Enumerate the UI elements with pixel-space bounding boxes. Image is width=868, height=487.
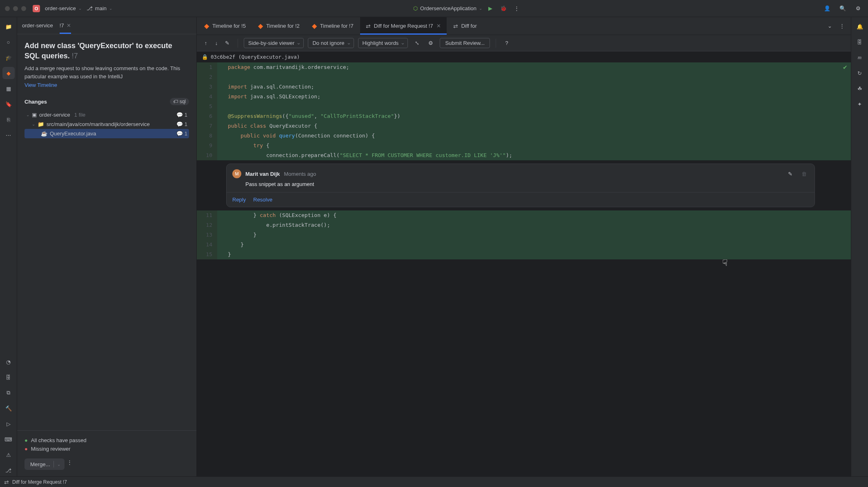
meter-tool-icon[interactable]: ◔ xyxy=(2,356,15,368)
help-icon[interactable]: ? xyxy=(502,38,512,48)
changes-tree: ⌄ ▣ order-service 1 file 💬 1 ⌄ 📁 src/mai… xyxy=(24,110,189,138)
mr-tab[interactable]: !7 ✕ xyxy=(60,17,71,34)
ai-assistant-icon[interactable]: ✦ xyxy=(854,98,866,110)
minimize-dot[interactable] xyxy=(13,6,18,11)
editor-tab-diff7[interactable]: ⇄ Diff for Merge Request !7 ✕ xyxy=(360,17,447,35)
next-diff-icon[interactable]: ↓ xyxy=(211,38,221,48)
inline-comment: M Marit van Dijk Moments ago ✎ 🗑 Pass sn… xyxy=(226,164,815,207)
chevron-down-icon: ⌄ xyxy=(57,462,60,467)
project-selector[interactable]: O order-service ⌄ xyxy=(33,5,82,12)
branch-name: main xyxy=(95,5,107,11)
tab-label: Timeline for !7 xyxy=(320,23,354,29)
gitlab-tool-icon[interactable]: ◆ xyxy=(2,67,15,79)
pull-requests-tool-icon[interactable]: ⎘ xyxy=(2,113,15,126)
breadcrumb-tab[interactable]: order-service xyxy=(22,17,53,34)
tab-more-icon[interactable]: ⋮ xyxy=(837,21,847,31)
history-icon[interactable]: ↻ xyxy=(854,67,866,79)
viewer-select[interactable]: Side-by-side viewer xyxy=(244,38,304,48)
folder-icon: 📁 xyxy=(38,121,44,127)
statusbar: ⇄ Diff for Merge Request !7 xyxy=(0,476,868,487)
terminal-tool-icon[interactable]: ⌨ xyxy=(2,433,15,445)
tree-folder-label: src/main/java/com/maritvandijk/orderserv… xyxy=(47,121,150,127)
editor-area: ◆ Timeline for !5 ◆ Timeline for !2 ◆ Ti… xyxy=(197,17,851,476)
settings-icon[interactable]: ⚙ xyxy=(853,4,863,13)
close-icon[interactable]: ✕ xyxy=(436,23,441,29)
search-icon[interactable]: 🔍 xyxy=(838,4,848,13)
debug-button[interactable]: 🐞 xyxy=(499,4,508,13)
ignore-select[interactable]: Do not ignore xyxy=(308,38,354,48)
warning-icon: ● xyxy=(24,446,28,452)
database-panel-icon[interactable]: 🗄 xyxy=(854,36,866,48)
problems-tool-icon[interactable]: ⚠ xyxy=(2,449,15,461)
run-config-name: OrderserviceApplication xyxy=(420,5,476,11)
merge-button-label: Merge... xyxy=(30,461,50,467)
project-name: order-service xyxy=(45,5,76,11)
collapse-icon[interactable]: ⤡ xyxy=(412,38,422,48)
view-timeline-link[interactable]: View Timeline xyxy=(24,82,189,88)
run-tool-icon[interactable]: ▷ xyxy=(2,418,15,430)
more-tool-icon[interactable]: ⋯ xyxy=(2,129,15,141)
run-button[interactable]: ▶ xyxy=(485,4,495,13)
build-tool-icon[interactable]: 🔨 xyxy=(2,402,15,414)
project-badge: O xyxy=(33,5,40,12)
gitlab-icon: ◆ xyxy=(258,22,263,30)
project-tool-icon[interactable]: 📁 xyxy=(2,20,15,33)
diff-toolbar: ↑ ↓ ✎ Side-by-side viewer Do not ignore … xyxy=(197,35,851,51)
close-icon[interactable]: ✕ xyxy=(67,22,71,29)
zoom-dot[interactable] xyxy=(21,6,26,11)
beans-icon[interactable]: ☘ xyxy=(854,82,866,95)
commit-tool-icon[interactable]: ○ xyxy=(2,36,15,48)
tab-dropdown-icon[interactable]: ⌄ xyxy=(825,21,835,31)
code-with-me-icon[interactable]: 👤 xyxy=(822,4,832,13)
editor-tab-diff-more[interactable]: ⇄ Diff for xyxy=(447,17,483,35)
more-actions-button[interactable]: ⋮ xyxy=(512,4,521,13)
editor-tab-timeline7[interactable]: ◆ Timeline for !7 xyxy=(306,17,359,35)
structure-tool-icon[interactable]: ▦ xyxy=(2,82,15,95)
delete-comment-icon[interactable]: 🗑 xyxy=(799,169,809,179)
tree-folder-row[interactable]: ⌄ 📁 src/main/java/com/maritvandijk/order… xyxy=(24,120,189,129)
code-viewer[interactable]: ✔ 1package com.maritvandijk.orderservice… xyxy=(197,62,851,476)
reply-link[interactable]: Reply xyxy=(232,197,246,203)
highlight-select[interactable]: Highlight words xyxy=(358,38,408,48)
branch-selector[interactable]: ⎇ main ⌄ xyxy=(87,5,112,11)
tab-label: Diff for Merge Request !7 xyxy=(374,23,433,29)
comment-count: 💬 1 xyxy=(176,121,187,127)
notifications-icon[interactable]: 🔔 xyxy=(854,20,866,33)
edit-diff-icon[interactable]: ✎ xyxy=(222,38,232,48)
tree-file-row[interactable]: ☕ QueryExecutor.java 💬 1 xyxy=(24,129,189,138)
tree-project-label: order-service xyxy=(39,112,70,118)
comment-icon: 💬 xyxy=(176,112,183,118)
close-dot[interactable] xyxy=(5,6,10,11)
main-layout: 📁 ○ 🎓 ◆ ▦ 🔖 ⎘ ⋯ ◔ 🗄 ⧉ 🔨 ▷ ⌨ ⚠ ⎇ order-se… xyxy=(0,17,868,476)
diff-icon: ⇄ xyxy=(366,23,371,29)
comment-body: Pass snippet as an argument xyxy=(227,180,815,192)
learn-tool-icon[interactable]: 🎓 xyxy=(2,51,15,64)
comment-count: 💬 1 xyxy=(176,131,187,137)
vcs-tool-icon[interactable]: ⎇ xyxy=(2,464,15,476)
lock-icon: 🔒 xyxy=(202,54,208,60)
prev-diff-icon[interactable]: ↑ xyxy=(201,38,211,48)
mr-tab-label: !7 xyxy=(60,22,64,29)
submit-review-button[interactable]: Submit Review... xyxy=(440,38,490,48)
sql-chip[interactable]: 🏷 sql xyxy=(170,98,189,105)
titlebar: O order-service ⌄ ⎇ main ⌄ ⬡ Orderservic… xyxy=(0,0,868,17)
more-options-icon[interactable]: ⋮ xyxy=(67,459,72,465)
resolve-link[interactable]: Resolve xyxy=(253,197,272,203)
mr-id: !7 xyxy=(72,52,78,60)
run-config-selector[interactable]: ⬡ OrderserviceApplication ⌄ xyxy=(413,5,482,11)
database-tool-icon[interactable]: 🗄 xyxy=(2,371,15,383)
tree-project-row[interactable]: ⌄ ▣ order-service 1 file 💬 1 xyxy=(24,110,189,120)
check-passed-row: ● All checks have passed xyxy=(24,437,189,443)
gitlab-icon: ◆ xyxy=(204,22,209,30)
ignore-select-label: Do not ignore xyxy=(312,40,344,46)
edit-comment-icon[interactable]: ✎ xyxy=(785,169,795,179)
maven-panel-icon[interactable]: m xyxy=(854,51,866,64)
settings-gear-icon[interactable]: ⚙ xyxy=(426,38,436,48)
check-ok-icon: ● xyxy=(24,437,28,443)
editor-tab-timeline2[interactable]: ◆ Timeline for !2 xyxy=(252,17,305,35)
services-tool-icon[interactable]: ⧉ xyxy=(2,387,15,399)
tree-file-label: QueryExecutor.java xyxy=(50,131,96,137)
editor-tab-timeline5[interactable]: ◆ Timeline for !5 xyxy=(198,17,251,35)
bookmarks-tool-icon[interactable]: 🔖 xyxy=(2,98,15,110)
merge-button[interactable]: Merge... ⌄ xyxy=(24,458,65,470)
